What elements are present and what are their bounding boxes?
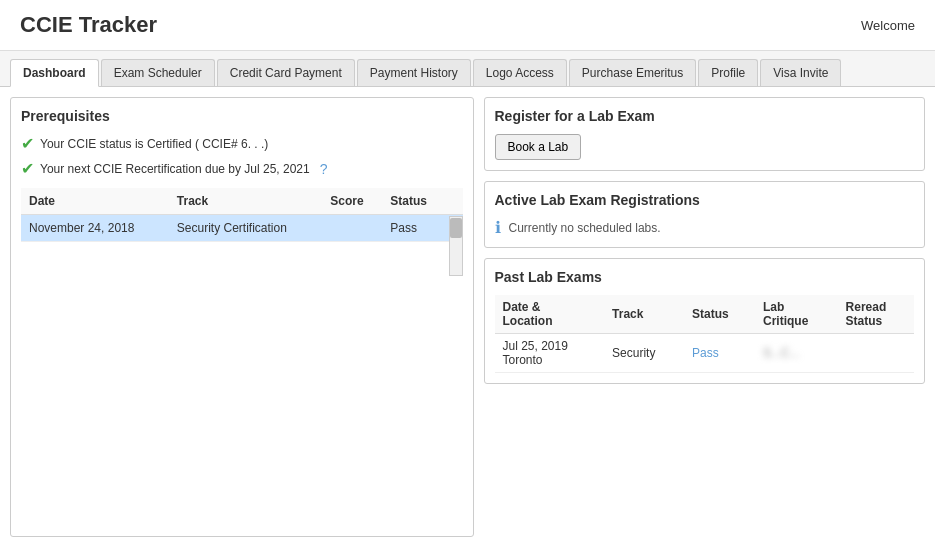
past-cell-status: Pass (684, 334, 755, 373)
help-button[interactable]: ? (320, 161, 328, 177)
tab-exam-scheduler[interactable]: Exam Scheduler (101, 59, 215, 86)
past-cell-critique: S...C... (755, 334, 838, 373)
tab-visa-invite[interactable]: Visa Invite (760, 59, 841, 86)
past-table-row: Jul 25, 2019Toronto Security Pass S...C.… (495, 334, 915, 373)
register-title: Register for a Lab Exam (495, 108, 915, 124)
status-text-2: Your next CCIE Recertification due by Ju… (40, 162, 310, 176)
past-lab-title: Past Lab Exams (495, 269, 915, 285)
col-scroll-space (447, 188, 463, 215)
check-icon-1: ✔ (21, 134, 34, 153)
main-content: Prerequisites ✔ Your CCIE status is Cert… (0, 87, 935, 547)
status-message-2: ✔ Your next CCIE Recertification due by … (21, 159, 463, 178)
prerequisites-title: Prerequisites (21, 108, 463, 124)
prerequisites-panel: Prerequisites ✔ Your CCIE status is Cert… (10, 97, 474, 537)
info-icon: ℹ (495, 218, 501, 237)
right-panel: Register for a Lab Exam Book a Lab Activ… (484, 97, 926, 537)
header: CCIE Tracker Welcome (0, 0, 935, 51)
status-message-1: ✔ Your CCIE status is Certified ( CCIE# … (21, 134, 463, 153)
past-col-status: Status (684, 295, 755, 334)
col-status: Status (382, 188, 446, 215)
scrollbar[interactable] (449, 216, 463, 276)
tab-credit-card-payment[interactable]: Credit Card Payment (217, 59, 355, 86)
past-col-track: Track (604, 295, 684, 334)
status-text-1: Your CCIE status is Certified ( CCIE# 6.… (40, 137, 268, 151)
book-lab-button[interactable]: Book a Lab (495, 134, 582, 160)
active-lab-title: Active Lab Exam Registrations (495, 192, 915, 208)
active-lab-section: Active Lab Exam Registrations ℹ Currentl… (484, 181, 926, 248)
col-track: Track (169, 188, 322, 215)
tab-bar: Dashboard Exam Scheduler Credit Card Pay… (0, 51, 935, 87)
col-date: Date (21, 188, 169, 215)
check-icon-2: ✔ (21, 159, 34, 178)
past-col-reread: RereadStatus (838, 295, 914, 334)
past-cell-date: Jul 25, 2019Toronto (495, 334, 605, 373)
cell-status: Pass (382, 215, 446, 242)
active-lab-text: Currently no scheduled labs. (509, 221, 661, 235)
app-title: CCIE Tracker (20, 12, 157, 38)
table-row: November 24, 2018 Security Certification… (21, 215, 463, 242)
tab-dashboard[interactable]: Dashboard (10, 59, 99, 87)
tab-payment-history[interactable]: Payment History (357, 59, 471, 86)
past-cell-reread (838, 334, 914, 373)
welcome-text: Welcome (861, 18, 915, 33)
register-section: Register for a Lab Exam Book a Lab (484, 97, 926, 171)
past-cell-track: Security (604, 334, 684, 373)
prerequisites-table: Date Track Score Status November 24, 201… (21, 188, 463, 242)
tab-purchase-emeritus[interactable]: Purchase Emeritus (569, 59, 696, 86)
past-lab-table: Date &Location Track Status LabCritique … (495, 295, 915, 373)
scrollbar-thumb[interactable] (450, 218, 462, 238)
tab-logo-access[interactable]: Logo Access (473, 59, 567, 86)
col-score: Score (322, 188, 382, 215)
past-lab-section: Past Lab Exams Date &Location Track Stat… (484, 258, 926, 384)
active-lab-message: ℹ Currently no scheduled labs. (495, 218, 915, 237)
cell-track: Security Certification (169, 215, 322, 242)
prereq-table-container: Date Track Score Status November 24, 201… (21, 188, 463, 242)
tab-profile[interactable]: Profile (698, 59, 758, 86)
cell-score (322, 215, 382, 242)
past-col-critique: LabCritique (755, 295, 838, 334)
past-col-date-location: Date &Location (495, 295, 605, 334)
cell-date: November 24, 2018 (21, 215, 169, 242)
